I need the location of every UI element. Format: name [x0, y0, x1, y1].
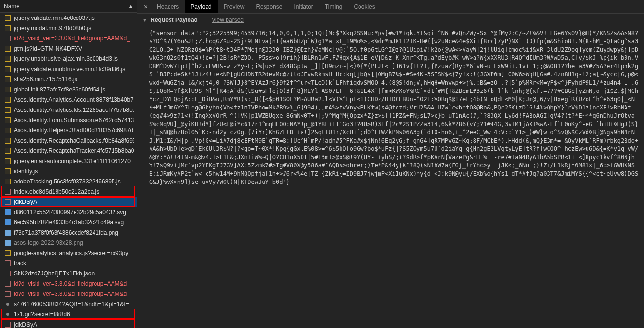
- request-name: Asos.Identity.Helpers.38adf00d310357c698…: [14, 127, 133, 134]
- request-row[interactable]: Asos.Identity.Form.Submission.e6762cd574…: [0, 115, 137, 125]
- js-file-icon: [5, 76, 11, 82]
- request-row[interactable]: gtm.js?id=GTM-NK4DFXV: [0, 43, 137, 54]
- request-name: Asos.Identity.Form.Submission.e6762cd574…: [14, 117, 134, 124]
- payload-raw-body[interactable]: {"sensor_data":"2;3225399;4539716;14,0,0…: [137, 26, 644, 328]
- request-row[interactable]: identity.js: [0, 166, 137, 176]
- request-row[interactable]: ShK2dzd7JQhz8jETx1Fkb.json: [0, 268, 137, 278]
- tab-response[interactable]: Response: [250, 0, 288, 13]
- js-file-icon: [5, 46, 11, 52]
- js-file-icon: [5, 117, 11, 123]
- request-name: sha256.min.71575116.js: [14, 76, 77, 83]
- request-name: Asos.Identity.RecaptchaTracker.4fc5715b8…: [14, 147, 134, 154]
- request-row[interactable]: f73c71a378f0f63f4386ccdef8241fda.png: [0, 227, 137, 237]
- request-row[interactable]: Asos.Identity.Analytics.Account.8878f13b…: [0, 94, 137, 105]
- tab-payload[interactable]: Payload: [185, 0, 217, 13]
- request-name: ShK2dzd7JQhz8jETx1Fkb.json: [14, 270, 95, 277]
- tab-timing[interactable]: Timing: [319, 0, 348, 13]
- request-row[interactable]: adobeTracking.56c3fcf0373322466895.js: [0, 176, 137, 186]
- request-row[interactable]: id?d_visid_ver=3.3.0&d_fieldgroup=AAM&d_: [0, 278, 137, 289]
- section-label: Request Payload: [151, 17, 198, 23]
- request-row[interactable]: jclkDSyA: [0, 319, 137, 328]
- request-name: jquery.modal.min.970d08b0.js: [14, 25, 91, 32]
- tab-cookies[interactable]: Cookies: [348, 0, 380, 13]
- request-name: gtm.js?id=GTM-NK4DFXV: [14, 45, 82, 52]
- request-row[interactable]: Asos.Identity.Analytics.Ids.12285accf775…: [0, 105, 137, 115]
- js-file-icon: [5, 250, 11, 256]
- sort-ascending-icon: ▲: [128, 3, 133, 9]
- request-name: identity.js: [14, 168, 38, 175]
- tab-headers[interactable]: Headers: [151, 0, 185, 13]
- js-file-icon: [5, 148, 11, 154]
- js-file-icon: [5, 107, 11, 113]
- request-name: jquery.email-autocomplete.331e11f1106127…: [14, 158, 131, 164]
- request-name: jclkDSyA: [14, 321, 37, 328]
- js-file-icon: [5, 158, 11, 164]
- payload-section-header[interactable]: ▼ Request Payload view parsed: [137, 14, 644, 26]
- js-file-icon: [5, 138, 11, 144]
- request-row[interactable]: sha256.min.71575116.js: [0, 74, 137, 84]
- request-name: jquery.validate.min.4c0cc037.js: [14, 15, 95, 21]
- request-row[interactable]: jclkDSyA: [0, 197, 137, 207]
- request-row[interactable]: Asos.Identity.RecaptchaCallbacks.f0b84a8…: [0, 135, 137, 146]
- xhr-file-icon: [5, 291, 11, 297]
- png-image-icon: [5, 230, 11, 236]
- request-row[interactable]: global.init.877afe7cf8e36c60fd54.js: [0, 84, 137, 94]
- request-row[interactable]: 1x1.gif?secret=t8r8d6: [0, 309, 137, 319]
- request-row[interactable]: google-analytics_analytics.js?secret=ro9…: [0, 248, 137, 258]
- request-name: jquery.unobtrusive-ajax.min.3c00b4d3.js: [14, 55, 118, 62]
- request-name: adobeTracking.56c3fcf0373322466895.js: [14, 178, 121, 185]
- request-name: jquery.validate.unobtrusive.min.1fc39d86…: [14, 66, 125, 73]
- request-name: global.init.877afe7cf8e36c60fd54.js: [14, 86, 105, 93]
- request-name: 6ec595bf7f84e4933b4c1ab32c21c49a.svg: [14, 219, 124, 226]
- request-name: asos-logo-2022-93x28.png: [14, 239, 83, 246]
- js-file-icon: [5, 66, 11, 72]
- request-name: jclkDSyA: [14, 199, 37, 205]
- tab-preview[interactable]: Preview: [218, 0, 250, 13]
- column-header-label: Name: [4, 3, 19, 10]
- request-row[interactable]: d860112c552f4380997e32b29c5a0432.svg: [0, 207, 137, 217]
- xhr-file-icon: [5, 281, 11, 287]
- request-row[interactable]: id?d_visid_ver=3.3.0&d_fieldgroup=AAM&d_: [0, 289, 137, 299]
- request-row[interactable]: jquery.validate.min.4c0cc037.js: [0, 13, 137, 23]
- request-name: s47617600538834?AQB=1&ndh=1&pf=1&t=: [14, 301, 129, 308]
- request-row[interactable]: 6ec595bf7f84e4933b4c1ab32c21c49a.svg: [0, 217, 137, 227]
- request-row[interactable]: s47617600538834?AQB=1&ndh=1&pf=1&t=: [0, 299, 137, 309]
- request-row[interactable]: jquery.validate.unobtrusive.min.1fc39d86…: [0, 64, 137, 74]
- js-file-icon: [5, 168, 11, 174]
- request-name: Asos.Identity.Analytics.Account.8878f13b…: [14, 96, 133, 103]
- ping-dot-icon: [6, 313, 9, 316]
- request-row[interactable]: id?d_visid_ver=3.3.0&d_fieldgroup=AAM&d_: [0, 33, 137, 43]
- tab-initiator[interactable]: Initiator: [288, 0, 319, 13]
- request-list: jquery.validate.min.4c0cc037.jsjquery.mo…: [0, 13, 137, 328]
- js-file-icon: [5, 128, 11, 133]
- view-parsed-link[interactable]: view parsed: [212, 17, 244, 23]
- request-row[interactable]: track: [0, 258, 137, 268]
- request-name: id?d_visid_ver=3.3.0&d_fieldgroup=AAM&d_: [14, 35, 130, 42]
- svg-image-icon: [5, 209, 11, 215]
- request-row[interactable]: jquery.unobtrusive-ajax.min.3c00b4d3.js: [0, 54, 137, 64]
- ping-dot-icon: [6, 303, 9, 306]
- xhr-file-icon: [5, 189, 11, 195]
- request-row[interactable]: index.ebd8d5d18b50c212a2ca.js: [0, 186, 137, 197]
- request-row[interactable]: jquery.email-autocomplete.331e11f1106127…: [0, 156, 137, 166]
- request-name: f73c71a378f0f63f4386ccdef8241fda.png: [14, 229, 118, 236]
- request-row[interactable]: Asos.Identity.RecaptchaTracker.4fc5715b8…: [0, 146, 137, 156]
- request-name: d860112c552f4380997e32b29c5a0432.svg: [14, 209, 126, 216]
- request-name: track: [14, 260, 26, 267]
- request-name: index.ebd8d5d18b50c212a2ca.js: [14, 188, 99, 195]
- xhr-file-icon: [5, 199, 11, 205]
- request-row[interactable]: Asos.Identity.Helpers.38adf00d310357c698…: [0, 125, 137, 135]
- network-requests-panel: Name ▲ jquery.validate.min.4c0cc037.jsjq…: [0, 0, 137, 328]
- request-detail-panel: × HeadersPayloadPreviewResponseInitiator…: [137, 0, 644, 328]
- request-name: Asos.Identity.RecaptchaCallbacks.f0b84a8…: [14, 137, 134, 144]
- request-row[interactable]: jquery.modal.min.970d08b0.js: [0, 23, 137, 33]
- js-file-icon: [5, 56, 11, 62]
- xhr-file-icon: [5, 260, 11, 266]
- xhr-file-icon: [5, 322, 11, 328]
- js-file-icon: [5, 15, 11, 21]
- js-file-icon: [5, 179, 11, 184]
- column-header-name[interactable]: Name ▲: [0, 0, 137, 13]
- png-image-icon: [5, 240, 11, 246]
- request-row[interactable]: asos-logo-2022-93x28.png: [0, 237, 137, 248]
- close-icon[interactable]: ×: [140, 3, 151, 11]
